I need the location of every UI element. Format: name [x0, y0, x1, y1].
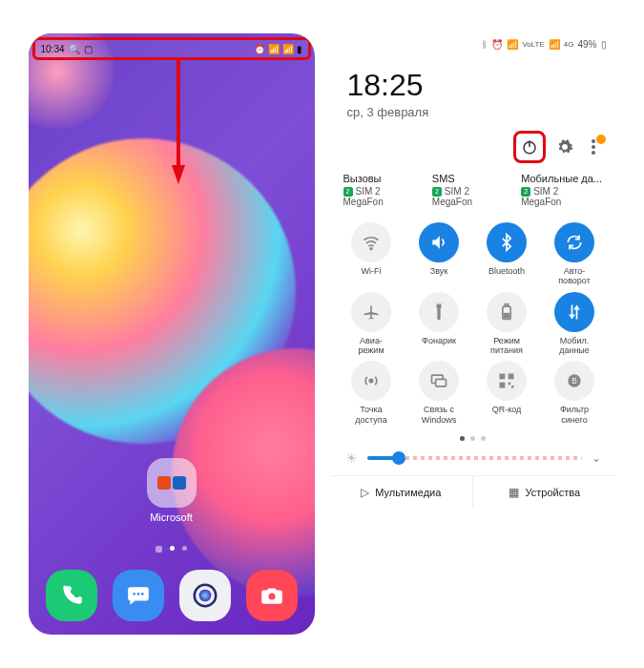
qs-tile-qr[interactable]: QR-код [475, 361, 539, 425]
clock-block[interactable]: 18:25 ср, 3 февраля [330, 54, 616, 121]
qs-tile-hotspot[interactable]: Точка доступа [340, 361, 404, 425]
battery-text: 49% [577, 39, 596, 50]
phone-quick-panel: ᛒ ⏰ 📶 VoLTE 📶 4G 49% ▯ 18:25 ср, 3 февра… [330, 33, 616, 635]
qr-icon [487, 361, 527, 401]
qs-label: Звук [430, 266, 447, 285]
svg-point-3 [136, 593, 139, 595]
sim-line: 2SIM 2 [432, 186, 513, 197]
qs-label: Авиа- режим [358, 336, 384, 356]
qs-label: Bluetooth [488, 266, 525, 285]
signal-icon: 📶 [282, 44, 294, 54]
svg-point-11 [592, 139, 595, 143]
qs-tile-wifi[interactable]: Wi-Fi [340, 222, 404, 286]
devices-button[interactable]: ▦ Устройства [472, 476, 616, 509]
panel-top-actions [330, 121, 616, 167]
qs-label: Мобил. данные [559, 336, 590, 356]
qs-tile-plane[interactable]: Авиа- режим [340, 292, 404, 356]
qs-tile-data[interactable]: Мобил. данные [543, 292, 607, 356]
windows-icon [419, 361, 459, 401]
app-phone[interactable] [46, 570, 97, 621]
battery-icon [487, 292, 527, 332]
quick-settings-grid: Wi-FiЗвукBluetoothАвто- поворотАвиа- реж… [330, 217, 616, 430]
sim-card[interactable]: Вызовы2SIM 2MegaFon [343, 173, 425, 207]
status-time: 10:34 [41, 44, 65, 54]
devices-icon: ▦ [509, 486, 519, 499]
sim-line: 2SIM 2 [343, 186, 425, 197]
sim-title: Вызовы [343, 173, 425, 184]
bottom-bar: ▷ Мультимедиа ▦ Устройства [330, 475, 616, 509]
svg-rect-17 [505, 313, 509, 317]
svg-rect-25 [511, 386, 514, 388]
clock-date: ср, 3 февраля [347, 105, 599, 119]
qs-tile-battery[interactable]: Режим питания [475, 292, 539, 356]
sim-carrier: MegaFon [432, 197, 513, 207]
svg-point-7 [198, 590, 211, 602]
qs-label: Режим питания [490, 336, 523, 356]
plane-icon [351, 292, 391, 332]
status-bar[interactable]: 10:34 🔍 ▢ ⏰ 📶 📶 ▮ [32, 37, 311, 60]
wifi-icon [351, 222, 391, 262]
expand-brightness-button[interactable]: ⌄ [592, 451, 601, 465]
svg-rect-21 [500, 374, 506, 380]
clock-time: 18:25 [347, 68, 599, 103]
sound-icon [419, 222, 459, 262]
sim-carrier: MegaFon [521, 197, 602, 207]
battery-icon: ▯ [601, 39, 607, 50]
qs-label: Фонарик [422, 336, 456, 355]
quick-settings-pager[interactable] [330, 430, 616, 447]
media-label: Мультимедиа [375, 487, 441, 498]
svg-point-8 [267, 593, 276, 601]
svg-rect-24 [509, 383, 511, 386]
media-button[interactable]: ▷ Мультимедиа [330, 476, 473, 509]
notification-badge [596, 135, 606, 144]
app-browser[interactable] [179, 570, 231, 621]
page-indicator[interactable] [29, 546, 315, 553]
rotate-icon [554, 222, 594, 262]
devices-label: Устройства [525, 487, 580, 498]
alarm-icon: ⏰ [254, 44, 265, 54]
signal-icon: 📶 [507, 39, 518, 50]
qs-label: Фильтр синего [560, 405, 589, 425]
media-icon: ▷ [361, 486, 369, 499]
qs-tile-bt[interactable]: Bluetooth [475, 222, 539, 286]
bt-icon [487, 222, 527, 262]
battery-icon: ▮ [297, 44, 302, 54]
svg-point-14 [370, 248, 372, 250]
qs-label: Wi-Fi [362, 266, 382, 285]
home-page-dot [156, 546, 162, 553]
brightness-slider[interactable] [367, 456, 582, 460]
network-type: 4G [564, 40, 574, 49]
svg-point-2 [133, 593, 135, 595]
brightness-icon: ☀ [345, 450, 358, 466]
qs-tile-sound[interactable]: Звук [407, 222, 471, 286]
power-button[interactable] [513, 131, 546, 163]
data-icon [554, 292, 594, 332]
search-icon: 🔍 [69, 44, 80, 54]
hotspot-icon [351, 361, 391, 401]
sim-line: 2SIM 2 [521, 186, 602, 197]
torch-icon [419, 292, 459, 332]
folder-microsoft[interactable]: Microsoft [143, 458, 200, 523]
dock [29, 570, 315, 621]
settings-button[interactable] [555, 137, 574, 157]
blue-icon: B [554, 361, 594, 401]
qs-tile-rotate[interactable]: Авто- поворот [543, 222, 607, 286]
app-messages[interactable] [113, 570, 164, 621]
qs-tile-torch[interactable]: Фонарик [407, 292, 471, 356]
svg-point-18 [369, 380, 372, 383]
sim-card[interactable]: SMS2SIM 2MegaFon [432, 173, 513, 207]
sim-card-row: Вызовы2SIM 2MegaFonSMS2SIM 2MegaFonМобил… [330, 167, 616, 217]
slider-thumb[interactable] [392, 451, 405, 465]
qs-tile-windows[interactable]: Связь с Windows [407, 361, 471, 425]
volte-icon: VoLTE [522, 40, 544, 49]
folder-label: Microsoft [143, 511, 200, 523]
alarm-icon: ⏰ [491, 39, 503, 50]
qs-tile-blue[interactable]: BФильтр синего [543, 361, 607, 425]
menu-button[interactable] [584, 137, 603, 157]
page-dot [170, 546, 175, 551]
qs-label: Авто- поворот [558, 266, 591, 286]
svg-rect-20 [436, 380, 447, 387]
sim-card[interactable]: Мобильные да...2SIM 2MegaFon [521, 173, 602, 207]
app-camera[interactable] [246, 570, 298, 621]
sim-carrier: MegaFon [343, 197, 425, 207]
